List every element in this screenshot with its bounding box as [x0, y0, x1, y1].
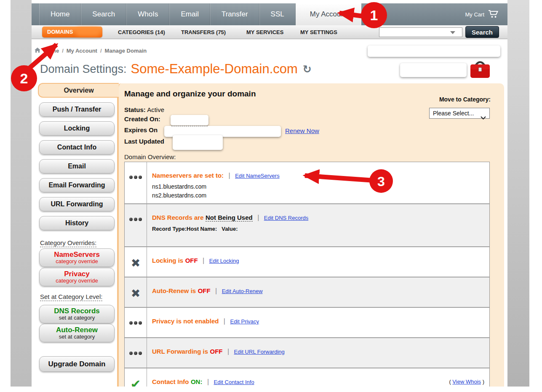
view-whois-wrap: ( View Whois ) — [449, 378, 484, 386]
table-row-url-forwarding: URL Forwarding is OFF | Edit URL Forward… — [125, 337, 489, 368]
edit-locking-link[interactable]: Edit Locking — [209, 258, 239, 264]
dns-records-category-title: DNS Records — [54, 307, 100, 315]
subnav-tab-transfers[interactable]: TRANSFERS (75) — [181, 25, 226, 39]
dns-record-detail: Record Type:Host Name: Value: — [152, 225, 483, 233]
sidebar-tab-overview[interactable]: Overview — [38, 83, 119, 98]
privacy-override-subtitle: category override — [56, 278, 98, 284]
dots-icon — [125, 308, 147, 337]
nameservers-override-subtitle: category override — [56, 259, 98, 264]
dns-row-status: Not Being Used — [206, 214, 253, 221]
auto-renew-category-title: Auto-Renew — [56, 326, 98, 334]
contact-row-status: ON: — [191, 378, 203, 385]
status-value: Active — [147, 106, 164, 113]
locking-row-status: OFF — [185, 257, 198, 264]
nav-tab-transfer[interactable]: Transfer — [210, 3, 259, 25]
edit-nameservers-link[interactable]: Edit NameServers — [235, 173, 279, 179]
subnav-tab-my-services[interactable]: MY SERVICES — [246, 25, 283, 39]
subnav-tab-categories[interactable]: CATEGORIES (14) — [118, 25, 165, 39]
title-prefix: Domain Settings: — [40, 63, 127, 76]
sidebar-tab-contact-info[interactable]: Contact Info — [39, 140, 115, 155]
domain-overview-label: Domain Overview: — [124, 153, 176, 160]
auto-renew-row-status: OFF — [198, 287, 211, 294]
toolbox-icon[interactable] — [470, 60, 491, 79]
separator: | — [257, 214, 259, 221]
separator: | — [229, 172, 230, 179]
subnav-tab-my-settings[interactable]: MY SETTINGS — [300, 25, 337, 39]
expires-line: Expires On — [124, 126, 158, 133]
sidebar-tab-history[interactable]: History — [39, 216, 115, 230]
edit-url-forwarding-link[interactable]: Edit URL Forwarding — [234, 349, 285, 355]
sidebar-tab-push-transfer[interactable]: Push / Transfer — [39, 102, 115, 117]
combobox-caret-icon[interactable] — [450, 31, 455, 34]
left-page-margin — [11, 0, 32, 387]
upgrade-domain-button[interactable]: Upgrade Domain — [39, 356, 115, 372]
category-level-heading: Set at Category Level: — [40, 293, 102, 300]
privacy-override-title: Privacy — [64, 270, 90, 278]
redaction-box-top — [368, 45, 500, 57]
dns-row-title: DNS Records are — [152, 214, 204, 221]
category-select-value: Please Select... — [433, 110, 474, 117]
domains-label: DOMAINS — [47, 29, 73, 35]
dots-icon — [125, 204, 147, 246]
category-overrides-heading: Category Overrides: — [40, 239, 96, 246]
breadcrumb-my-account[interactable]: My Account — [67, 48, 97, 54]
nameserver-2: ns2.bluestardns.com — [152, 192, 483, 200]
category-select[interactable]: Please Select... — [429, 108, 490, 119]
sidebar-button-nameservers-override[interactable]: NameServers category override — [39, 248, 115, 267]
domain-name: Some-Example-Domain.com — [131, 61, 298, 77]
auto-renew-row-title: Auto-Renew is — [152, 287, 196, 294]
sidebar-tab-url-forwarding[interactable]: URL Forwarding — [39, 197, 115, 211]
contact-row-title: Contact Info — [152, 378, 189, 385]
created-label: Created On: — [124, 115, 160, 123]
page: Home Search WhoIs Email Transfer SSL My … — [32, 3, 507, 387]
my-cart-label: My Cart — [465, 11, 485, 18]
dots-icon — [125, 162, 147, 203]
nav-tab-ssl[interactable]: SSL — [259, 3, 296, 25]
edit-privacy-link[interactable]: Edit Privacy — [230, 318, 259, 325]
panel-heading: Manage and organize your domain — [124, 89, 256, 99]
breadcrumb-separator: / — [100, 48, 102, 54]
sidebar-button-auto-renew-category[interactable]: Auto-Renew set at category — [39, 324, 115, 342]
privacy-row-title: Privacy is not enabled — [152, 317, 219, 325]
nav-tab-search[interactable]: Search — [81, 3, 126, 25]
subnav-tab-domains[interactable]: DOMAINS — [42, 27, 102, 37]
sidebar-tab-email[interactable]: Email — [39, 159, 115, 173]
page-title: Domain Settings: Some-Example-Domain.com… — [40, 61, 312, 77]
domain-search-combobox[interactable] — [379, 27, 462, 37]
sidebar-tab-email-forwarding[interactable]: Email Forwarding — [39, 178, 115, 192]
url-forwarding-row-status: OFF — [210, 348, 223, 355]
dots-icon — [125, 338, 147, 368]
table-row-nameservers: Nameservers are set to: | Edit NameServe… — [125, 162, 489, 203]
breadcrumb-separator: / — [62, 48, 64, 54]
nav-tab-whois[interactable]: WhoIs — [126, 3, 169, 25]
view-whois-link[interactable]: View Whois — [452, 379, 481, 385]
nav-tab-home[interactable]: Home — [39, 3, 81, 25]
table-row-auto-renew: ✖ Auto-Renew is OFF | Edit Auto-Renew — [125, 277, 489, 307]
created-line: Created On: — [124, 115, 160, 123]
separator: | — [203, 257, 204, 264]
search-button[interactable]: Search — [465, 26, 499, 38]
url-forwarding-row-title: URL Forwarding is — [152, 348, 208, 355]
status-line: Status: Active — [124, 106, 164, 113]
created-dashed-underline — [171, 126, 208, 126]
sidebar-button-dns-records-category[interactable]: DNS Records set at category — [39, 305, 115, 323]
separator: | — [224, 317, 225, 325]
sidebar-button-privacy-override[interactable]: Privacy category override — [39, 268, 115, 286]
updated-label: Last Updated — [124, 138, 164, 145]
move-to-category-label: Move to Category: — [423, 96, 491, 103]
edit-auto-renew-link[interactable]: Edit Auto-Renew — [222, 288, 263, 294]
nav-tab-my-account[interactable]: My Account — [296, 3, 361, 25]
my-cart-button[interactable]: My Cart — [465, 3, 499, 25]
separator: | — [207, 378, 209, 385]
edit-dns-records-link[interactable]: Edit DNS Records — [264, 215, 308, 221]
sidebar-tab-locking[interactable]: Locking — [39, 121, 115, 136]
x-icon: ✖ — [125, 277, 147, 307]
nav-tab-email[interactable]: Email — [169, 3, 210, 25]
nameservers-row-title: Nameservers are set to: — [152, 172, 224, 179]
home-icon — [34, 47, 41, 54]
refresh-icon[interactable]: ↻ — [303, 63, 312, 75]
renew-now-link[interactable]: Renew Now — [285, 127, 319, 134]
breadcrumb-home[interactable]: Home — [44, 48, 59, 54]
edit-contact-info-link[interactable]: Edit Contact Info — [214, 379, 254, 385]
cart-icon — [488, 10, 499, 19]
